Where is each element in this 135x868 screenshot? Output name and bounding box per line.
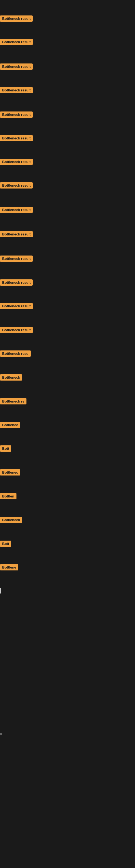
bottleneck-badge: Bott xyxy=(0,540,11,547)
bottleneck-badge: Bottleneck result xyxy=(0,87,33,93)
bottleneck-row[interactable]: Bottleneck result xyxy=(0,231,33,239)
bottleneck-row[interactable]: Bottleneck result xyxy=(0,255,33,263)
bottleneck-row[interactable]: Bottleneck resu xyxy=(0,350,31,358)
bottleneck-badge: Bottleneck resu xyxy=(0,350,31,357)
bottleneck-badge: Bottleneck result xyxy=(0,279,33,286)
bottleneck-badge: Bottlen xyxy=(0,493,16,499)
bottleneck-row[interactable]: Bottleneck result xyxy=(0,303,33,310)
bottleneck-row[interactable]: Bottleneck result xyxy=(0,279,33,287)
bottleneck-row[interactable]: Bottleneck result xyxy=(0,135,33,143)
bottleneck-badge: Bottlenec xyxy=(0,422,20,428)
bottleneck-badge: Bottleneck xyxy=(0,517,22,523)
bottleneck-badge: Bottleneck result xyxy=(0,255,33,262)
site-title xyxy=(0,0,135,4)
bottleneck-badge: Bottleneck result xyxy=(0,207,33,213)
bottleneck-row[interactable]: Bottleneck result xyxy=(0,63,33,71)
bottleneck-row[interactable]: Bott xyxy=(0,540,11,548)
bottleneck-badge: Bottleneck result xyxy=(0,182,33,188)
bottleneck-badge: Bottleneck result xyxy=(0,39,33,45)
bottleneck-row[interactable]: Bottleneck result xyxy=(0,182,33,190)
bottleneck-badge: Bottleneck xyxy=(0,374,22,380)
bottleneck-badge: Bottlenec xyxy=(0,469,20,475)
bottleneck-badge: Bott xyxy=(0,445,11,452)
bottleneck-badge: Bottleneck result xyxy=(0,135,33,141)
bottleneck-row[interactable]: Bottleneck result xyxy=(0,207,33,214)
bottleneck-badge: Bottleneck result xyxy=(0,327,33,333)
small-label: 0 xyxy=(0,733,2,736)
bottleneck-row[interactable]: Bottleneck xyxy=(0,517,22,524)
bottleneck-row[interactable]: Bottlenec xyxy=(0,422,20,429)
bottleneck-row[interactable]: Bottleneck result xyxy=(0,112,33,119)
bottleneck-row[interactable]: Bott xyxy=(0,445,11,453)
bottleneck-row[interactable]: Bottleneck result xyxy=(0,16,33,23)
bottleneck-badge: Bottleneck result xyxy=(0,159,33,165)
bottleneck-badge: Bottleneck result xyxy=(0,231,33,237)
bottleneck-badge: Bottleneck re xyxy=(0,398,27,404)
bottleneck-badge: Bottleneck result xyxy=(0,63,33,70)
bottleneck-row[interactable]: Bottleneck result xyxy=(0,39,33,46)
bottleneck-row[interactable]: Bottlenec xyxy=(0,469,20,476)
bottleneck-row[interactable]: Bottleneck result xyxy=(0,87,33,94)
bottleneck-badge: Bottleneck result xyxy=(0,16,33,22)
bottleneck-row[interactable]: Bottlen xyxy=(0,493,16,500)
bottleneck-badge: Bottleneck result xyxy=(0,112,33,118)
bottleneck-row[interactable]: Bottlene xyxy=(0,564,18,571)
bottleneck-row[interactable]: Bottleneck re xyxy=(0,398,27,405)
bottleneck-badge: Bottleneck result xyxy=(0,303,33,309)
bottleneck-row[interactable]: Bottleneck result xyxy=(0,327,33,334)
cursor-line xyxy=(0,588,1,593)
bottleneck-row[interactable]: Bottleneck xyxy=(0,374,22,382)
bottleneck-badge: Bottlene xyxy=(0,564,18,570)
bottleneck-row[interactable]: Bottleneck result xyxy=(0,159,33,166)
